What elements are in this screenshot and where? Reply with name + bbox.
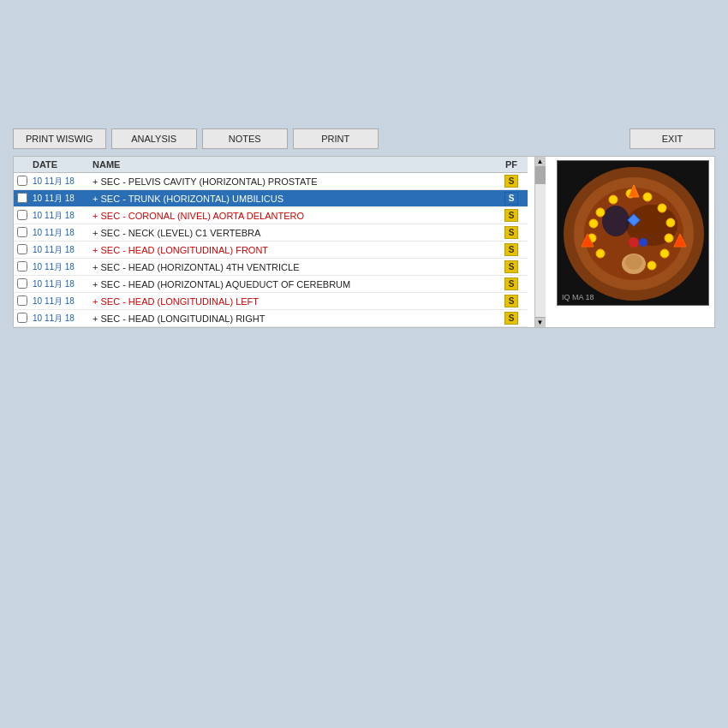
table-row[interactable]: 10 11月 18 + SEC - HEAD (LONGITUDINAL) LE… — [14, 293, 528, 310]
row-date: 10 11月 18 — [33, 210, 92, 222]
row-name: + SEC - HEAD (HORIZONTAL) 4TH VENTRICLE — [92, 262, 498, 272]
row-checkbox[interactable] — [17, 261, 33, 273]
row-name: + SEC - HEAD (HORIZONTAL) AQUEDUCT OF CE… — [92, 279, 498, 289]
row-pf: S — [498, 260, 524, 273]
svg-point-17 — [660, 249, 669, 258]
row-date: 10 11月 18 — [33, 227, 92, 239]
content-area: DATE NAME PF 10 11月 18 + SEC - PELVIS CA… — [13, 156, 715, 328]
checkbox-1[interactable] — [17, 176, 27, 186]
s-badge: S — [504, 175, 519, 188]
table-row[interactable]: 10 11月 18 + SEC - HEAD (LONGITUDINAL) FR… — [14, 242, 528, 259]
table-row[interactable]: 10 11月 18 + SEC - CORONAL (NIVEL) AORTA … — [14, 207, 528, 224]
table-row[interactable]: 10 11月 18 + SEC - NECK (LEVEL) C1 VERTEB… — [14, 224, 528, 242]
table-row[interactable]: 10 11月 18 + SEC - TRUNK (HORIZONTAL) UMB… — [14, 190, 528, 207]
row-pf: S — [498, 226, 524, 239]
s-badge: S — [504, 209, 519, 222]
checkbox-8[interactable] — [17, 295, 27, 306]
row-pf: S — [498, 243, 524, 256]
analysis-button[interactable]: ANALYSIS — [111, 128, 197, 149]
svg-point-13 — [643, 193, 652, 201]
checkbox-4[interactable] — [17, 227, 27, 237]
checkbox-2[interactable] — [17, 193, 27, 203]
row-pf: S — [498, 175, 524, 188]
svg-point-18 — [647, 261, 656, 270]
row-checkbox[interactable] — [17, 176, 33, 188]
s-badge: S — [504, 226, 519, 239]
row-name: + SEC - TRUNK (HORIZONTAL) UMBILICUS — [92, 194, 498, 204]
checkbox-5[interactable] — [17, 244, 27, 254]
svg-point-14 — [658, 204, 666, 212]
notes-button[interactable]: NOTES — [202, 128, 288, 149]
s-badge: S — [504, 260, 519, 273]
s-badge: S — [504, 295, 519, 307]
scrollbar[interactable]: ▲ ▼ — [534, 157, 545, 327]
checkbox-6[interactable] — [17, 261, 27, 272]
row-pf: S — [498, 192, 524, 205]
header-date: DATE — [33, 159, 92, 170]
scroll-down-button[interactable]: ▼ — [535, 317, 546, 327]
svg-point-21 — [589, 219, 598, 228]
header-name: NAME — [92, 159, 498, 170]
image-section: IQ MA 18 — [552, 157, 714, 327]
row-checkbox[interactable] — [17, 244, 33, 256]
print-button[interactable]: PRINT — [293, 128, 379, 149]
row-checkbox[interactable] — [17, 227, 33, 239]
svg-point-5 — [625, 254, 642, 270]
row-name: + SEC - CORONAL (NIVEL) AORTA DELANTERO — [92, 211, 498, 221]
row-date: 10 11月 18 — [33, 261, 92, 273]
toolbar: PRINT WISWIG ANALYSIS NOTES PRINT EXIT — [13, 128, 715, 149]
row-date: 10 11月 18 — [33, 313, 92, 325]
header-check — [17, 159, 33, 170]
svg-point-10 — [596, 208, 605, 217]
row-pf: S — [498, 312, 524, 325]
table-row[interactable]: 10 11月 18 + SEC - HEAD (HORIZONTAL) 4TH … — [14, 259, 528, 276]
table-row[interactable]: 10 11月 18 + SEC - HEAD (LONGITUDINAL) RI… — [14, 310, 528, 327]
s-badge: S — [504, 243, 519, 256]
row-name: + SEC - NECK (LEVEL) C1 VERTEBRA — [92, 228, 498, 238]
svg-point-19 — [596, 249, 605, 258]
scroll-up-button[interactable]: ▲ — [535, 157, 546, 167]
svg-point-9 — [639, 238, 647, 247]
svg-text:IQ MA 18: IQ MA 18 — [562, 293, 594, 301]
exit-button[interactable]: EXIT — [630, 128, 715, 149]
row-checkbox[interactable] — [17, 278, 33, 290]
row-name: + SEC - PELVIS CAVITY (HORIZONTAL) PROST… — [92, 176, 498, 187]
row-checkbox[interactable] — [17, 210, 33, 222]
ct-svg: IQ MA 18 — [558, 161, 709, 306]
svg-point-11 — [609, 195, 618, 204]
row-name: + SEC - HEAD (LONGITUDINAL) FRONT — [92, 245, 498, 255]
s-badge: S — [504, 277, 519, 290]
table-row[interactable]: 10 11月 18 + SEC - PELVIS CAVITY (HORIZON… — [14, 173, 528, 190]
svg-point-7 — [602, 206, 630, 236]
table-header: DATE NAME PF — [14, 157, 528, 173]
checkbox-9[interactable] — [17, 313, 27, 323]
row-checkbox[interactable] — [17, 295, 33, 307]
main-container: PRINT WISWIG ANALYSIS NOTES PRINT EXIT D… — [0, 0, 728, 728]
row-pf: S — [498, 277, 524, 290]
row-checkbox[interactable] — [17, 193, 33, 205]
svg-point-15 — [666, 218, 675, 227]
print-wiswig-button[interactable]: PRINT WISWIG — [13, 128, 106, 149]
svg-point-8 — [629, 237, 639, 248]
row-name: + SEC - HEAD (LONGITUDINAL) RIGHT — [92, 313, 498, 324]
row-date: 10 11月 18 — [33, 295, 92, 307]
ct-scan-image: IQ MA 18 — [557, 160, 709, 306]
scroll-thumb[interactable] — [535, 167, 546, 184]
row-name: + SEC - HEAD (LONGITUDINAL) LEFT — [92, 296, 498, 307]
row-checkbox[interactable] — [17, 313, 33, 325]
table-section: DATE NAME PF 10 11月 18 + SEC - PELVIS CA… — [14, 157, 528, 327]
row-date: 10 11月 18 — [33, 193, 92, 205]
s-badge: S — [504, 192, 519, 205]
checkbox-3[interactable] — [17, 210, 27, 220]
header-pf: PF — [498, 159, 524, 170]
row-pf: S — [498, 295, 524, 307]
table-row[interactable]: 10 11月 18 + SEC - HEAD (HORIZONTAL) AQUE… — [14, 276, 528, 293]
row-date: 10 11月 18 — [33, 176, 92, 188]
svg-point-16 — [665, 234, 673, 242]
s-badge: S — [504, 312, 519, 325]
row-date: 10 11月 18 — [33, 278, 92, 290]
checkbox-7[interactable] — [17, 278, 27, 289]
scroll-track — [535, 167, 546, 317]
row-date: 10 11月 18 — [33, 244, 92, 256]
row-pf: S — [498, 209, 524, 222]
